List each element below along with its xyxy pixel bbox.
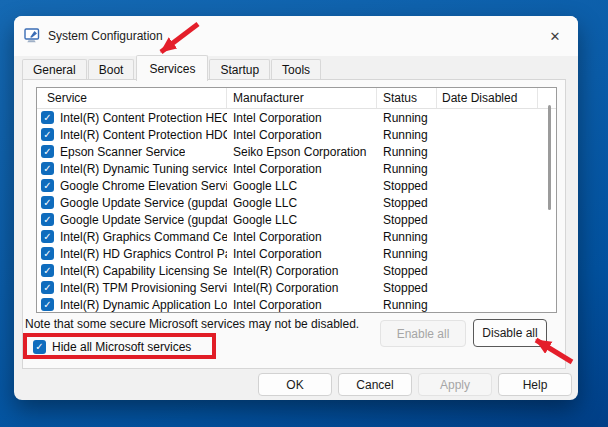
tab-boot[interactable]: Boot	[88, 59, 135, 80]
service-cell: ✓Intel(R) TPM Provisioning Service	[37, 281, 227, 295]
manufacturer-cell: Seiko Epson Corporation	[227, 145, 377, 159]
manufacturer-cell: Intel(R) Corporation	[227, 264, 377, 278]
service-checkbox[interactable]: ✓	[41, 298, 54, 311]
close-icon: ✕	[550, 29, 561, 44]
service-name: Intel(R) Content Protection HEC...	[60, 111, 227, 125]
service-cell: ✓Intel(R) Dynamic Tuning service	[37, 162, 227, 176]
service-cell: ✓Intel(R) Capability Licensing Ser...	[37, 264, 227, 278]
table-row[interactable]: ✓Intel(R) Content Protection HEC...Intel…	[37, 109, 556, 126]
tab-general[interactable]: General	[22, 59, 87, 80]
cancel-button[interactable]: Cancel	[338, 373, 412, 396]
service-name: Intel(R) Dynamic Application Loa...	[60, 298, 227, 312]
table-row[interactable]: ✓Intel(R) Dynamic Tuning serviceIntel Co…	[37, 160, 556, 177]
service-checkbox[interactable]: ✓	[41, 196, 54, 209]
close-button[interactable]: ✕	[532, 16, 578, 56]
status-cell: Running	[377, 145, 437, 159]
manufacturer-cell: Intel Corporation	[227, 247, 377, 261]
column-header-manufacturer[interactable]: Manufacturer	[227, 88, 377, 108]
table-body: ✓Intel(R) Content Protection HEC...Intel…	[37, 109, 556, 313]
service-cell: ✓Intel(R) Content Protection HEC...	[37, 111, 227, 125]
tab-tools[interactable]: Tools	[271, 59, 321, 80]
service-name: Google Update Service (gupdatem)	[60, 213, 227, 227]
service-checkbox[interactable]: ✓	[41, 230, 54, 243]
note-text: Note that some secure Microsoft services…	[25, 317, 359, 331]
manufacturer-cell: Intel Corporation	[227, 162, 377, 176]
annotation-red-box	[23, 333, 216, 359]
manufacturer-cell: Intel Corporation	[227, 128, 377, 142]
service-checkbox[interactable]: ✓	[41, 213, 54, 226]
table-row[interactable]: ✓Intel(R) TPM Provisioning ServiceIntel(…	[37, 279, 556, 296]
table-header: ServiceManufacturerStatusDate Disabled	[37, 88, 556, 109]
service-name: Intel(R) TPM Provisioning Service	[60, 281, 227, 295]
service-cell: ✓Epson Scanner Service	[37, 145, 227, 159]
table-row[interactable]: ✓Google Update Service (gupdate)Google L…	[37, 194, 556, 211]
status-cell: Stopped	[377, 196, 437, 210]
ok-button[interactable]: OK	[258, 373, 332, 396]
enable-all-button[interactable]: Enable all	[380, 320, 466, 347]
status-cell: Running	[377, 128, 437, 142]
services-tab-page: ServiceManufacturerStatusDate Disabled ✓…	[22, 79, 566, 369]
service-checkbox[interactable]: ✓	[41, 179, 54, 192]
table-row[interactable]: ✓Google Chrome Elevation Servic...Google…	[37, 177, 556, 194]
service-checkbox[interactable]: ✓	[41, 111, 54, 124]
status-cell: Running	[377, 247, 437, 261]
tab-services[interactable]: Services	[136, 55, 208, 81]
titlebar: System Configuration ✕	[14, 16, 578, 56]
service-name: Epson Scanner Service	[60, 145, 185, 159]
tab-bar: GeneralBootServicesStartupTools	[22, 58, 322, 80]
status-cell: Stopped	[377, 213, 437, 227]
status-cell: Running	[377, 230, 437, 244]
service-cell: ✓Google Update Service (gupdatem)	[37, 213, 227, 227]
services-table: ServiceManufacturerStatusDate Disabled ✓…	[36, 87, 557, 313]
manufacturer-cell: Google LLC	[227, 179, 377, 193]
service-name: Google Update Service (gupdate)	[60, 196, 227, 210]
status-cell: Running	[377, 298, 437, 312]
column-header-service[interactable]: Service	[37, 88, 227, 108]
service-checkbox[interactable]: ✓	[41, 128, 54, 141]
tab-startup[interactable]: Startup	[209, 59, 270, 80]
status-cell: Stopped	[377, 281, 437, 295]
manufacturer-cell: Google LLC	[227, 213, 377, 227]
help-button[interactable]: Help	[498, 373, 572, 396]
disable-all-button[interactable]: Disable all	[473, 319, 547, 347]
service-name: Google Chrome Elevation Servic...	[60, 179, 227, 193]
table-row[interactable]: ✓Intel(R) Content Protection HDC...Intel…	[37, 126, 556, 143]
service-name: Intel(R) Graphics Command Cen...	[60, 230, 227, 244]
dialog-button-row: OK Cancel Apply Help	[258, 373, 572, 396]
service-checkbox[interactable]: ✓	[41, 281, 54, 294]
service-checkbox[interactable]: ✓	[41, 264, 54, 277]
service-checkbox[interactable]: ✓	[41, 247, 54, 260]
service-checkbox[interactable]: ✓	[41, 162, 54, 175]
service-cell: ✓Google Chrome Elevation Servic...	[37, 179, 227, 193]
manufacturer-cell: Intel Corporation	[227, 298, 377, 312]
service-checkbox[interactable]: ✓	[41, 145, 54, 158]
status-cell: Running	[377, 111, 437, 125]
window-title: System Configuration	[48, 29, 163, 43]
apply-button[interactable]: Apply	[418, 373, 492, 396]
table-row[interactable]: ✓Intel(R) Dynamic Application Loa...Inte…	[37, 296, 556, 313]
msconfig-app-icon	[24, 28, 40, 44]
desktop-background: System Configuration ✕ GeneralBootServic…	[0, 0, 608, 427]
service-cell: ✓Google Update Service (gupdate)	[37, 196, 227, 210]
service-name: Intel(R) Capability Licensing Ser...	[60, 264, 227, 278]
service-name: Intel(R) Content Protection HDC...	[60, 128, 227, 142]
manufacturer-cell: Intel(R) Corporation	[227, 281, 377, 295]
status-cell: Stopped	[377, 179, 437, 193]
service-cell: ✓Intel(R) Dynamic Application Loa...	[37, 298, 227, 312]
manufacturer-cell: Intel Corporation	[227, 111, 377, 125]
manufacturer-cell: Intel Corporation	[227, 230, 377, 244]
status-cell: Stopped	[377, 264, 437, 278]
status-cell: Running	[377, 162, 437, 176]
service-cell: ✓Intel(R) Content Protection HDC...	[37, 128, 227, 142]
table-row[interactable]: ✓Epson Scanner ServiceSeiko Epson Corpor…	[37, 143, 556, 160]
table-row[interactable]: ✓Google Update Service (gupdatem)Google …	[37, 211, 556, 228]
table-row[interactable]: ✓Intel(R) HD Graphics Control Pa...Intel…	[37, 245, 556, 262]
service-cell: ✓Intel(R) Graphics Command Cen...	[37, 230, 227, 244]
scrollbar-thumb[interactable]	[548, 105, 551, 210]
table-row[interactable]: ✓Intel(R) Graphics Command Cen...Intel C…	[37, 228, 556, 245]
table-row[interactable]: ✓Intel(R) Capability Licensing Ser...Int…	[37, 262, 556, 279]
manufacturer-cell: Google LLC	[227, 196, 377, 210]
column-header-status[interactable]: Status	[377, 88, 437, 108]
service-name: Intel(R) Dynamic Tuning service	[60, 162, 227, 176]
column-header-date-disabled[interactable]: Date Disabled	[437, 88, 538, 108]
